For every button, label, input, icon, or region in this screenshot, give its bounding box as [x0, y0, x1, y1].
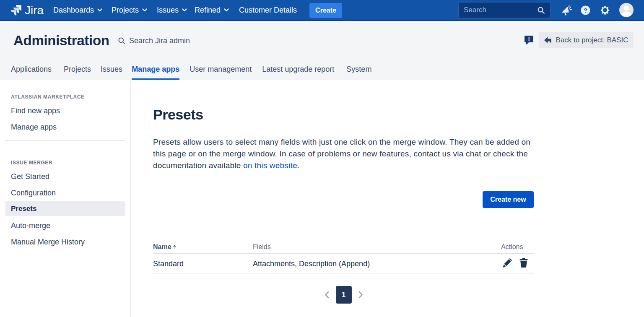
svg-text:?: ?: [584, 7, 587, 13]
svg-text:!: !: [528, 36, 530, 42]
